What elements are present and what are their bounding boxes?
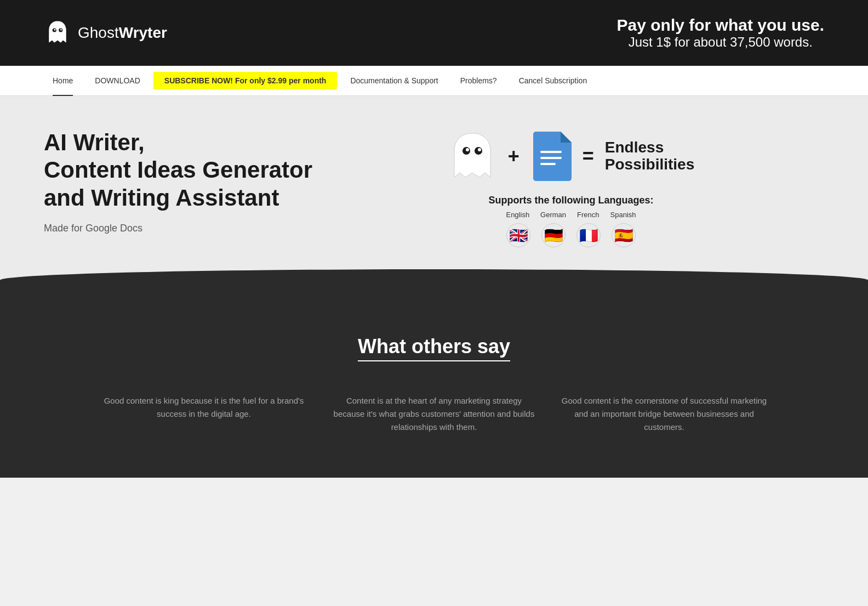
hero-title: AI Writer,Content Ideas Generatorand Wri… xyxy=(44,129,318,212)
testimonials-section: What others say Good content is king bec… xyxy=(0,291,868,478)
nav-home[interactable]: Home xyxy=(44,66,82,96)
flag-de: 🇩🇪 xyxy=(541,223,566,247)
gdocs-icon xyxy=(530,132,572,181)
svg-point-7 xyxy=(478,148,481,151)
svg-rect-8 xyxy=(540,151,562,153)
svg-rect-9 xyxy=(540,157,562,159)
testimonial-3: Good content is the cornerstone of succe… xyxy=(560,394,768,434)
nav-cancel[interactable]: Cancel Subscription xyxy=(510,66,596,96)
hero-right: + = EndlessPossibilities Supports the fo… xyxy=(318,129,824,247)
svg-rect-10 xyxy=(540,163,556,165)
hero-formula: + = EndlessPossibilities xyxy=(448,129,694,184)
formula-ghost-icon xyxy=(448,129,497,184)
logo[interactable]: GhostWryter xyxy=(44,19,167,47)
testimonial-1-text: Good content is king because it is the f… xyxy=(100,394,308,421)
nav-subscribe[interactable]: SUBSCRIBE NOW! For only $2.99 per month xyxy=(153,72,338,89)
svg-point-2 xyxy=(54,29,56,31)
testimonial-1: Good content is king because it is the f… xyxy=(100,394,308,434)
hero-left: AI Writer,Content Ideas Generatorand Wri… xyxy=(44,129,318,234)
hero-subtitle: Made for Google Docs xyxy=(44,223,318,234)
svg-point-3 xyxy=(60,29,62,31)
languages-section: Supports the following Languages: Englis… xyxy=(489,195,654,247)
nav-docs[interactable]: Documentation & Support xyxy=(341,66,447,96)
language-labels: English German French Spanish xyxy=(489,211,654,219)
testimonials-title: What others say xyxy=(358,335,510,361)
hero-section: AI Writer,Content Ideas Generatorand Wri… xyxy=(0,96,868,291)
lang-label-fr: French xyxy=(577,211,599,219)
tagline-sub: Just 1$ for about 37,500 words. xyxy=(617,35,824,50)
lang-label-en: English xyxy=(506,211,529,219)
flag-es: 🇪🇸 xyxy=(612,223,636,247)
formula-result: EndlessPossibilities xyxy=(605,139,694,173)
site-header: GhostWryter Pay only for what you use. J… xyxy=(0,0,868,66)
flag-fr: 🇫🇷 xyxy=(576,223,601,247)
ghost-logo-icon xyxy=(44,19,71,47)
lang-label-es: Spanish xyxy=(610,211,636,219)
testimonial-2-text: Content is at the heart of any marketing… xyxy=(330,394,538,434)
main-nav: Home DOWNLOAD SUBSCRIBE NOW! For only $2… xyxy=(0,66,868,96)
testimonials-grid: Good content is king because it is the f… xyxy=(44,394,824,434)
flag-row: 🇬🇧 🇩🇪 🇫🇷 🇪🇸 xyxy=(489,223,654,247)
languages-title: Supports the following Languages: xyxy=(489,195,654,206)
nav-download[interactable]: DOWNLOAD xyxy=(86,66,149,96)
tagline-main: Pay only for what you use. xyxy=(617,16,824,35)
logo-text: GhostWryter xyxy=(78,24,167,42)
lang-label-de: German xyxy=(540,211,566,219)
formula-plus: + xyxy=(508,145,519,168)
testimonial-3-text: Good content is the cornerstone of succe… xyxy=(560,394,768,434)
formula-equals: = xyxy=(583,145,594,168)
testimonial-2: Content is at the heart of any marketing… xyxy=(330,394,538,434)
flag-uk: 🇬🇧 xyxy=(506,223,530,247)
svg-point-6 xyxy=(466,148,469,151)
header-tagline: Pay only for what you use. Just 1$ for a… xyxy=(617,16,824,50)
nav-problems[interactable]: Problems? xyxy=(452,66,506,96)
